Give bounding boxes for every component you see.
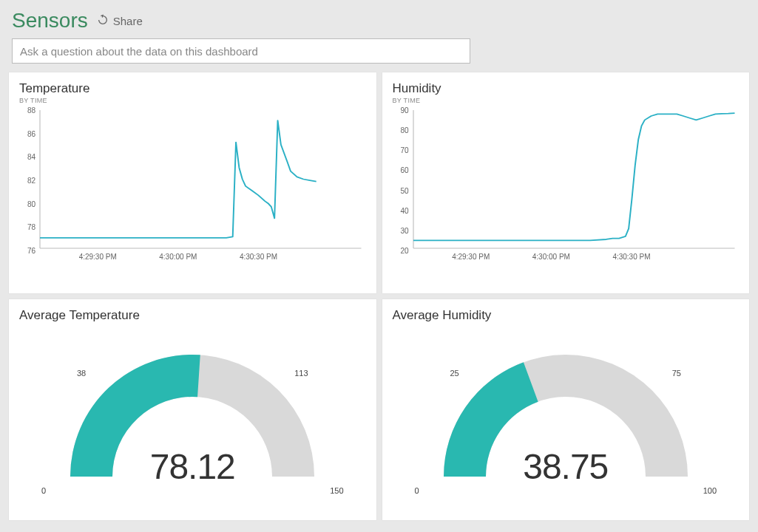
qa-input[interactable]: [12, 38, 470, 64]
gauge-q1-label: 25: [450, 369, 459, 378]
y-tick-label: 70: [400, 146, 408, 154]
share-label: Share: [113, 15, 143, 27]
y-tick-label: 30: [400, 226, 408, 234]
y-tick-label: 50: [400, 186, 408, 194]
page-title: Sensors: [12, 9, 88, 33]
x-tick-label: 4:30:00 PM: [532, 253, 570, 261]
y-axis: 76788082848688: [19, 107, 38, 248]
y-tick-label: 80: [27, 200, 35, 208]
avg-temperature-gauge: 0 150 38 113 78.12: [19, 329, 366, 506]
gauge-value: 78.12: [19, 446, 366, 487]
tile-subtitle: BY TIME: [19, 97, 366, 104]
y-tick-label: 60: [400, 166, 408, 174]
tile-avg-humidity[interactable]: Average Humidity 0 100 25 75 38.75: [382, 299, 750, 520]
y-tick-label: 84: [27, 153, 35, 161]
plot-area: [40, 110, 362, 248]
gauge-q3-label: 113: [294, 369, 308, 378]
tiles-grid: Temperature BY TIME 76788082848688 4:29:…: [0, 72, 758, 529]
gauge-q1-label: 38: [77, 369, 86, 378]
share-icon: [97, 14, 109, 28]
x-tick-label: 4:30:30 PM: [240, 253, 277, 261]
x-tick-label: 4:29:30 PM: [79, 253, 117, 261]
plot-area: [413, 110, 735, 248]
gauge-value: 38.75: [393, 446, 740, 487]
gauge-q3-label: 75: [672, 369, 681, 378]
dashboard-header: Sensors Share: [0, 0, 758, 38]
y-tick-label: 78: [27, 223, 35, 231]
x-axis: 4:29:30 PM4:30:00 PM4:30:30 PM: [40, 253, 362, 266]
y-tick-label: 88: [27, 106, 35, 115]
share-button[interactable]: Share: [97, 14, 143, 28]
gauge-min-label: 0: [41, 486, 46, 495]
x-tick-label: 4:30:00 PM: [159, 253, 197, 261]
gauge-min-label: 0: [415, 486, 419, 495]
y-axis: 2030405060708090: [393, 107, 412, 248]
tile-subtitle: BY TIME: [393, 97, 740, 104]
tile-title: Temperature: [19, 81, 366, 96]
avg-humidity-gauge: 0 100 25 75 38.75: [393, 329, 740, 506]
y-tick-label: 40: [400, 206, 408, 214]
tile-title: Average Humidity: [393, 308, 740, 323]
tile-title: Average Temperature: [19, 308, 366, 323]
y-tick-label: 82: [27, 177, 35, 185]
tile-title: Humidity: [393, 81, 740, 96]
temperature-chart: 76788082848688 4:29:30 PM4:30:00 PM4:30:…: [19, 107, 366, 266]
qa-bar: [12, 38, 746, 64]
y-tick-label: 76: [27, 247, 35, 255]
y-tick-label: 90: [400, 106, 408, 115]
x-tick-label: 4:29:30 PM: [452, 253, 490, 261]
y-tick-label: 86: [27, 129, 35, 137]
gauge-max-label: 150: [330, 486, 343, 495]
tile-avg-temperature[interactable]: Average Temperature 0 150 38 113 78.12: [9, 299, 376, 520]
tile-temperature[interactable]: Temperature BY TIME 76788082848688 4:29:…: [9, 72, 376, 293]
gauge-max-label: 100: [703, 486, 717, 495]
x-tick-label: 4:30:30 PM: [612, 253, 650, 261]
tile-humidity[interactable]: Humidity BY TIME 2030405060708090 4:29:3…: [382, 72, 750, 293]
y-tick-label: 20: [400, 247, 408, 255]
humidity-chart: 2030405060708090 4:29:30 PM4:30:00 PM4:3…: [393, 107, 740, 266]
y-tick-label: 80: [400, 126, 408, 134]
x-axis: 4:29:30 PM4:30:00 PM4:30:30 PM: [413, 253, 735, 266]
